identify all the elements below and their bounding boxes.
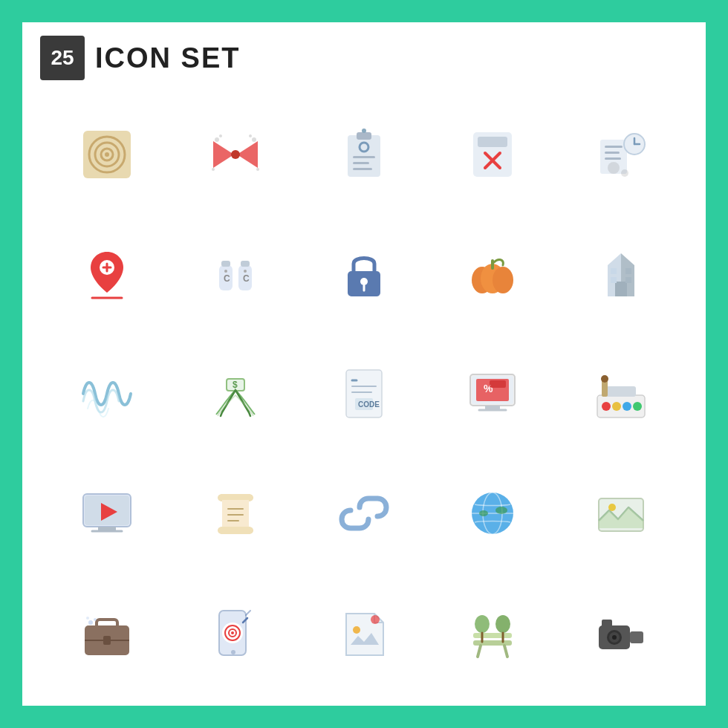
svg-text:$: $ [233,380,238,390]
svg-point-110 [231,631,234,634]
icon-cell-21 [45,574,170,691]
svg-point-12 [212,168,215,171]
icon-cell-3 [302,97,427,213]
building-icon [576,230,666,319]
svg-point-44 [224,270,227,273]
svg-point-114 [353,626,360,634]
header: 25 ICON SET [22,22,706,89]
svg-point-10 [219,134,222,137]
icon-cell-18 [302,455,427,571]
svg-point-105 [86,617,89,620]
svg-rect-56 [611,268,617,274]
svg-point-128 [612,635,617,640]
svg-point-79 [633,402,642,411]
svg-point-45 [244,270,247,273]
svg-marker-6 [237,141,258,168]
svg-marker-5 [213,141,234,168]
icon-cell-16 [45,455,170,571]
svg-line-118 [478,646,481,657]
svg-line-112 [246,611,250,615]
svg-rect-52 [491,259,494,270]
workout-clipboard-icon [319,110,409,199]
bow-tie-icon [191,110,280,199]
svg-rect-15 [357,132,371,140]
svg-rect-102 [103,636,111,645]
svg-point-4 [105,152,109,157]
svg-point-104 [94,618,97,621]
image-file-icon [319,588,409,677]
svg-rect-18 [353,162,369,164]
svg-point-8 [215,137,219,142]
svg-text:C: C [224,273,230,284]
paint-palette-icon [576,349,666,438]
wave-icon [62,349,152,438]
icon-cell-12: $ [173,336,299,452]
card: 25 ICON SET [22,22,706,706]
svg-point-20 [362,129,366,133]
icon-cell-8 [302,216,427,333]
svg-rect-26 [605,146,623,148]
icon-cell-9 [429,216,555,333]
svg-rect-55 [615,282,627,296]
svg-rect-17 [353,156,375,158]
svg-point-32 [608,162,620,174]
svg-point-103 [88,620,93,625]
svg-rect-62 [346,370,382,417]
icon-cell-11 [45,336,170,452]
icon-cell-19 [429,455,555,571]
pumpkin-icon [448,230,537,319]
video-monitor-icon [62,469,152,558]
calculator-icon [448,110,537,199]
svg-point-78 [623,402,631,411]
svg-point-82 [601,375,608,383]
icon-cell-7: C C [173,216,299,333]
svg-point-115 [371,615,380,624]
svg-point-113 [231,650,235,654]
chain-link-icon [319,469,409,558]
svg-line-119 [504,646,507,657]
icon-cell-20 [558,455,683,571]
svg-rect-22 [478,137,507,147]
svg-point-96 [495,507,507,514]
icon-cell-23 [302,574,427,691]
globe-icon [448,469,537,558]
icon-cell-5 [558,97,683,213]
money-growth-icon: $ [191,349,280,438]
svg-rect-41 [241,261,250,267]
svg-point-13 [256,168,259,171]
icon-cell-25 [558,574,683,691]
icon-cell-13: CODE [302,336,427,452]
svg-rect-129 [602,620,612,627]
badge-number: 25 [40,36,85,80]
photo-icon [576,469,666,558]
svg-point-76 [602,402,611,411]
icon-cell-6 [45,216,170,333]
svg-point-7 [231,150,240,159]
svg-rect-59 [625,277,631,283]
svg-rect-28 [605,157,621,160]
code-file-icon: CODE [319,349,409,438]
icon-cell-1 [45,97,170,213]
briefcase-icon [62,588,152,677]
svg-point-11 [249,134,252,137]
svg-rect-58 [611,277,617,283]
page-title: ICON SET [95,42,240,74]
svg-point-98 [608,504,616,511]
icon-grid: C C [22,89,706,706]
scroll-icon [191,469,280,558]
svg-rect-117 [473,640,512,646]
park-bench-icon [448,588,537,677]
salt-pepper-icon: C C [191,230,280,319]
icon-cell-24 [429,574,555,691]
svg-rect-125 [630,631,643,643]
icon-cell-2 [173,97,299,213]
svg-point-77 [612,402,621,411]
svg-text:CODE: CODE [358,400,380,409]
location-add-icon [62,230,152,319]
svg-point-120 [475,615,490,633]
svg-point-9 [252,137,256,142]
settings-schedule-icon [576,110,666,199]
discount-monitor-icon: % [448,349,537,438]
icon-cell-10 [558,216,683,333]
icon-cell-17 [173,455,299,571]
